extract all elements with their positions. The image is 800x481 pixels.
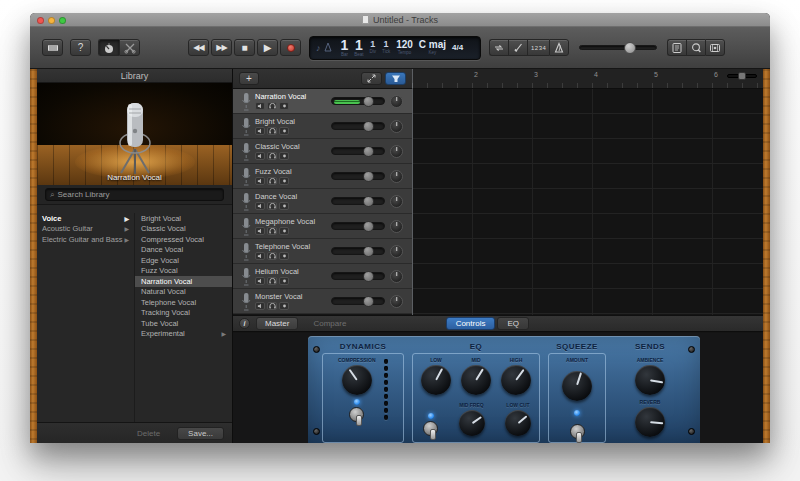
track-volume-thumb[interactable] [363, 171, 374, 182]
track-row[interactable]: Fuzz Vocal [233, 164, 412, 189]
track-mute-button[interactable] [255, 277, 265, 285]
stop-button[interactable]: ■ [234, 39, 255, 56]
track-volume-thumb[interactable] [363, 121, 374, 132]
zoom-slider-thumb[interactable] [738, 72, 746, 80]
library-patch-item[interactable]: Natural Vocal ▶ [135, 287, 232, 298]
track-volume-thumb[interactable] [363, 271, 374, 282]
squeeze-power-switch[interactable] [570, 424, 585, 439]
library-category-item[interactable]: Acoustic Guitar ▶ [37, 224, 134, 235]
track-mute-button[interactable] [255, 202, 265, 210]
track-record-enable-button[interactable] [279, 227, 289, 235]
track-solo-button[interactable] [267, 277, 277, 285]
library-toggle-button[interactable] [42, 39, 63, 56]
library-patch-item[interactable]: Bright Vocal ▶ [135, 213, 232, 224]
track-pan-knob[interactable] [390, 145, 403, 158]
track-record-enable-button[interactable] [279, 177, 289, 185]
track-volume-slider[interactable] [331, 297, 385, 305]
library-category-item[interactable]: Electric Guitar and Bass ▶ [37, 234, 134, 245]
track-mute-button[interactable] [255, 127, 265, 135]
track-volume-slider[interactable] [331, 247, 385, 255]
track-volume-thumb[interactable] [363, 296, 374, 307]
zoom-button[interactable] [59, 17, 66, 24]
lcd-key[interactable]: C maj [419, 40, 446, 50]
track-record-enable-button[interactable] [279, 102, 289, 110]
timeline-lanes[interactable] [412, 89, 763, 315]
tab-master[interactable]: Master [256, 317, 298, 330]
track-volume-slider[interactable] [331, 197, 385, 205]
rewind-button[interactable]: ◀◀ [188, 39, 209, 56]
lcd-display[interactable]: ♪ 1Bar 1Beat 1Div 1Tick 120Tempo C majKe… [309, 36, 481, 60]
track-pan-knob[interactable] [390, 120, 403, 133]
track-pan-knob[interactable] [390, 170, 403, 183]
library-patch-item[interactable]: Fuzz Vocal ▶ [135, 266, 232, 277]
media-browser-button[interactable] [705, 39, 725, 56]
track-volume-thumb[interactable] [363, 196, 374, 207]
quick-help-button[interactable]: ? [70, 39, 91, 56]
tuner-button[interactable] [508, 39, 527, 56]
eq-view-button[interactable]: EQ [497, 317, 529, 330]
volume-slider-thumb[interactable] [624, 42, 636, 54]
ambience-send-knob[interactable] [635, 365, 665, 395]
library-patch-item[interactable]: Tube Vocal ▶ [135, 318, 232, 329]
search-input[interactable]: ⌕ Search Library [45, 188, 224, 201]
track-volume-slider[interactable] [331, 172, 385, 180]
minimize-button[interactable] [48, 17, 55, 24]
delete-button[interactable]: Delete [126, 427, 171, 440]
record-button[interactable] [280, 39, 301, 56]
reverb-send-knob[interactable] [635, 407, 665, 437]
track-volume-thumb[interactable] [363, 246, 374, 257]
inspector-info-button[interactable]: i [239, 318, 250, 329]
timeline-ruler[interactable]: 23456 [412, 69, 763, 89]
lcd-tempo[interactable]: 120 [396, 40, 413, 50]
track-volume-slider[interactable] [331, 122, 385, 130]
controls-view-button[interactable]: Controls [446, 317, 496, 330]
track-resize-button[interactable] [361, 72, 382, 85]
track-row[interactable]: Megaphone Vocal [233, 214, 412, 239]
track-mute-button[interactable] [255, 152, 265, 160]
playhead[interactable] [412, 69, 413, 315]
library-patch-item[interactable]: Compressed Vocal ▶ [135, 234, 232, 245]
track-row[interactable]: Bright Vocal [233, 114, 412, 139]
track-mute-button[interactable] [255, 302, 265, 310]
track-mute-button[interactable] [255, 227, 265, 235]
smart-controls-button[interactable] [98, 39, 119, 56]
track-row[interactable]: Dance Vocal [233, 189, 412, 214]
track-record-enable-button[interactable] [279, 202, 289, 210]
track-record-enable-button[interactable] [279, 252, 289, 260]
eq-mid-knob[interactable] [461, 365, 491, 395]
cycle-button[interactable] [489, 39, 508, 56]
track-volume-slider[interactable] [331, 147, 385, 155]
eq-low-knob[interactable] [421, 365, 451, 395]
track-row[interactable]: Telephone Vocal [233, 239, 412, 264]
play-button[interactable]: ▶ [257, 39, 278, 56]
track-mute-button[interactable] [255, 177, 265, 185]
eq-low-cut-knob[interactable] [505, 410, 531, 436]
eq-power-switch[interactable] [423, 421, 438, 436]
eq-high-knob[interactable] [501, 365, 531, 395]
library-patch-item[interactable]: Tracking Vocal ▶ [135, 308, 232, 319]
track-record-enable-button[interactable] [279, 302, 289, 310]
track-mute-button[interactable] [255, 102, 265, 110]
track-solo-button[interactable] [267, 202, 277, 210]
title-bar[interactable]: Untitled - Tracks [30, 13, 770, 27]
library-patch-item[interactable]: Classic Vocal ▶ [135, 224, 232, 235]
count-in-button[interactable]: 1234 [527, 39, 549, 56]
master-volume-slider[interactable] [579, 45, 657, 50]
track-volume-thumb[interactable] [363, 146, 374, 157]
squeeze-amount-knob[interactable] [562, 371, 592, 401]
track-solo-button[interactable] [267, 152, 277, 160]
track-pan-knob[interactable] [390, 245, 403, 258]
track-row[interactable]: Monster Vocal [233, 289, 412, 314]
library-patch-item[interactable]: Experimental ▶ [135, 329, 232, 340]
dynamics-power-switch[interactable] [349, 407, 364, 422]
track-record-enable-button[interactable] [279, 127, 289, 135]
library-patch-item[interactable]: Narration Vocal ▶ [135, 276, 232, 287]
track-pan-knob[interactable] [390, 195, 403, 208]
loop-browser-button[interactable] [686, 39, 705, 56]
track-row[interactable]: Helium Vocal [233, 264, 412, 289]
track-volume-slider[interactable] [331, 272, 385, 280]
mixer-toggle-button[interactable] [385, 72, 406, 85]
track-volume-thumb[interactable] [363, 221, 374, 232]
track-pan-knob[interactable] [390, 220, 403, 233]
add-track-button[interactable]: + [239, 72, 259, 85]
